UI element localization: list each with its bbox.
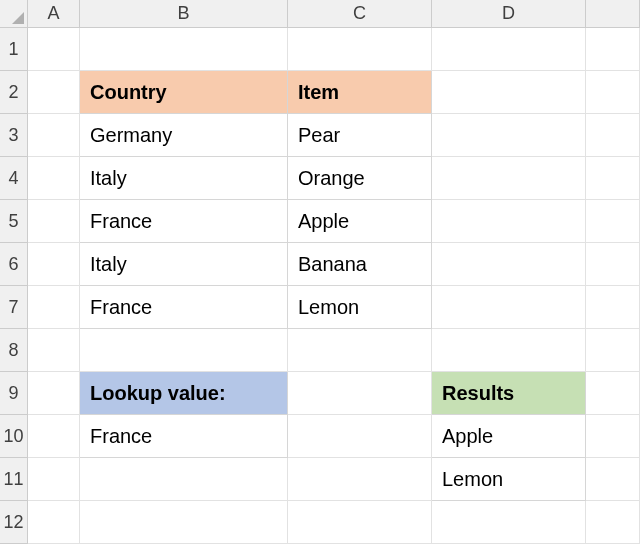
cell-a3[interactable] — [28, 114, 80, 157]
row-headers: 1 2 3 4 5 6 7 8 9 10 11 12 — [0, 28, 28, 544]
cell-e8[interactable] — [586, 329, 640, 372]
cell-a7[interactable] — [28, 286, 80, 329]
table1-header-item[interactable]: Item — [288, 71, 432, 114]
row-header-4[interactable]: 4 — [0, 157, 28, 200]
cell-e12[interactable] — [586, 501, 640, 544]
cell-e3[interactable] — [586, 114, 640, 157]
cell-c11[interactable] — [288, 458, 432, 501]
cell-e2[interactable] — [586, 71, 640, 114]
cell-a11[interactable] — [28, 458, 80, 501]
result-value[interactable]: Lemon — [432, 458, 586, 501]
row-header-8[interactable]: 8 — [0, 329, 28, 372]
cell-a2[interactable] — [28, 71, 80, 114]
cell-d5[interactable] — [432, 200, 586, 243]
table-row[interactable]: Pear — [288, 114, 432, 157]
lookup-label[interactable]: Lookup value: — [80, 372, 288, 415]
table-row[interactable]: France — [80, 286, 288, 329]
row-header-11[interactable]: 11 — [0, 458, 28, 501]
cell-e6[interactable] — [586, 243, 640, 286]
cell-d12[interactable] — [432, 501, 586, 544]
cell-e9[interactable] — [586, 372, 640, 415]
column-headers: A B C D — [28, 0, 640, 28]
row-header-3[interactable]: 3 — [0, 114, 28, 157]
row-header-2[interactable]: 2 — [0, 71, 28, 114]
table-row[interactable]: France — [80, 200, 288, 243]
cell-b1[interactable] — [80, 28, 288, 71]
spreadsheet-grid: Country Item Germany Pear Italy Orange F… — [28, 28, 640, 544]
cell-e5[interactable] — [586, 200, 640, 243]
table1-header-country[interactable]: Country — [80, 71, 288, 114]
cell-e7[interactable] — [586, 286, 640, 329]
row-header-7[interactable]: 7 — [0, 286, 28, 329]
cell-d8[interactable] — [432, 329, 586, 372]
cell-e10[interactable] — [586, 415, 640, 458]
row-header-10[interactable]: 10 — [0, 415, 28, 458]
cell-c9[interactable] — [288, 372, 432, 415]
cell-b12[interactable] — [80, 501, 288, 544]
cell-a8[interactable] — [28, 329, 80, 372]
col-header-b[interactable]: B — [80, 0, 288, 28]
cell-e11[interactable] — [586, 458, 640, 501]
cell-c8[interactable] — [288, 329, 432, 372]
cell-a12[interactable] — [28, 501, 80, 544]
cell-d6[interactable] — [432, 243, 586, 286]
row-header-12[interactable]: 12 — [0, 501, 28, 544]
cell-e4[interactable] — [586, 157, 640, 200]
result-value[interactable]: Apple — [432, 415, 586, 458]
col-header-c[interactable]: C — [288, 0, 432, 28]
cell-a6[interactable] — [28, 243, 80, 286]
col-header-a[interactable]: A — [28, 0, 80, 28]
cell-c10[interactable] — [288, 415, 432, 458]
cell-c1[interactable] — [288, 28, 432, 71]
cell-c12[interactable] — [288, 501, 432, 544]
cell-d4[interactable] — [432, 157, 586, 200]
table-row[interactable]: Italy — [80, 243, 288, 286]
row-header-9[interactable]: 9 — [0, 372, 28, 415]
table-row[interactable]: Banana — [288, 243, 432, 286]
row-header-5[interactable]: 5 — [0, 200, 28, 243]
results-header[interactable]: Results — [432, 372, 586, 415]
lookup-value[interactable]: France — [80, 415, 288, 458]
table-row[interactable]: Orange — [288, 157, 432, 200]
cell-d1[interactable] — [432, 28, 586, 71]
col-header-extra[interactable] — [586, 0, 640, 28]
cell-d2[interactable] — [432, 71, 586, 114]
col-header-d[interactable]: D — [432, 0, 586, 28]
table-row[interactable]: Germany — [80, 114, 288, 157]
table-row[interactable]: Italy — [80, 157, 288, 200]
table-row[interactable]: Lemon — [288, 286, 432, 329]
cell-a4[interactable] — [28, 157, 80, 200]
select-all-corner[interactable] — [0, 0, 28, 28]
cell-a1[interactable] — [28, 28, 80, 71]
cell-b8[interactable] — [80, 329, 288, 372]
table-row[interactable]: Apple — [288, 200, 432, 243]
cell-d3[interactable] — [432, 114, 586, 157]
cell-b11[interactable] — [80, 458, 288, 501]
cell-d7[interactable] — [432, 286, 586, 329]
cell-a5[interactable] — [28, 200, 80, 243]
cell-e1[interactable] — [586, 28, 640, 71]
cell-a10[interactable] — [28, 415, 80, 458]
row-header-6[interactable]: 6 — [0, 243, 28, 286]
row-header-1[interactable]: 1 — [0, 28, 28, 71]
cell-a9[interactable] — [28, 372, 80, 415]
